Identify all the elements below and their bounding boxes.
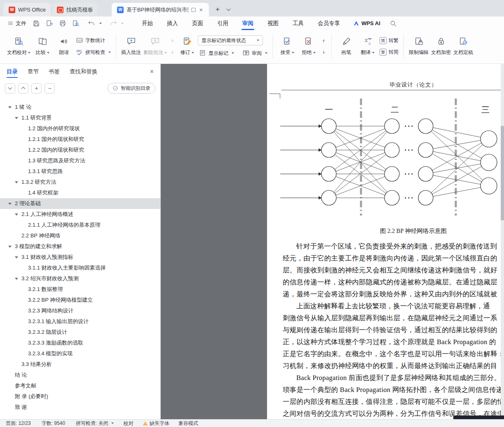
- expand-all-button[interactable]: [5, 83, 15, 94]
- translate-button[interactable]: 文A 翻译: [357, 33, 378, 60]
- toc-item[interactable]: 3.3 结果分析: [0, 359, 160, 370]
- sidebar-tab-chapters[interactable]: 章节: [28, 64, 39, 80]
- document-canvas[interactable]: 毕业设计（论文） 一二三 图 2.2 BP 神经网络示意图 针对于第一个区域，它…: [161, 64, 504, 419]
- toc-expand-arrow-icon[interactable]: [8, 246, 12, 248]
- reject-revision-button[interactable]: 拒绝: [298, 33, 319, 60]
- toc-item[interactable]: 3.2.1 数据整理: [0, 284, 160, 295]
- close-icon[interactable]: ×: [199, 7, 204, 13]
- print-icon[interactable]: [59, 20, 66, 27]
- toc-item[interactable]: 3.2.3 网络结构设计: [0, 305, 160, 316]
- encrypt-document-button[interactable]: 文档加密: [430, 33, 452, 60]
- toc-item[interactable]: 2.2 BP 神经网络: [0, 230, 160, 241]
- sidebar-tab-bookmarks[interactable]: 书签: [49, 64, 60, 80]
- document-body-text[interactable]: 针对于第一个区域，它负责接受外来的刺激，把感受的刺激传送到经元，由于它的主要工作…: [283, 240, 504, 419]
- accept-revision-button[interactable]: 接受: [277, 33, 298, 60]
- toc-item[interactable]: 1.2.2 国内的现状和研究: [0, 145, 160, 155]
- compat-mode-indicator[interactable]: 兼容模式: [178, 420, 198, 427]
- toc-item[interactable]: 1.3.1 研究思路: [0, 166, 160, 177]
- menu-item-member[interactable]: 会员专享: [317, 16, 341, 30]
- toc-item[interactable]: 1 绪 论: [0, 102, 160, 113]
- collapse-all-button[interactable]: [18, 83, 28, 94]
- toc-expand-arrow-icon[interactable]: [15, 181, 18, 183]
- markup-state-dropdown[interactable]: 显示标记的最终状态: [198, 35, 263, 45]
- toc-item[interactable]: 2.1 人工神经网络概述: [0, 209, 160, 220]
- previous-revision-button[interactable]: [319, 37, 328, 45]
- tab-template-doc[interactable]: 找稿壳模板: [52, 3, 98, 16]
- toc-expand-arrow-icon[interactable]: [15, 117, 18, 119]
- page-indicator[interactable]: 页面: 12/23: [6, 420, 31, 427]
- insert-comment-button[interactable]: 插入批注: [120, 33, 142, 60]
- menu-item-view[interactable]: 视图: [267, 16, 279, 30]
- menu-item-page[interactable]: 页面: [191, 16, 204, 30]
- toc-item[interactable]: 1.1 研究背景: [0, 113, 160, 123]
- toc-item[interactable]: 附 录 (必要时): [0, 391, 160, 402]
- menu-item-references[interactable]: 引用: [216, 16, 229, 30]
- toc-expand-arrow-icon[interactable]: [15, 278, 18, 280]
- toc-item[interactable]: 1.3 研究思路及研究方法: [0, 155, 160, 166]
- toc-item[interactable]: 1.2 国内外的研究现状: [0, 123, 160, 134]
- toc-item[interactable]: 3.2.3.3 激励函数的选取: [0, 338, 160, 348]
- show-markup-button[interactable]: 显示标记: [198, 49, 235, 57]
- toc-item[interactable]: 3.1.1 财政收入主要影响因素选择: [0, 263, 160, 273]
- read-aloud-button[interactable]: 朗读: [53, 33, 75, 60]
- pen-button[interactable]: 画笔: [335, 33, 357, 60]
- toc-item[interactable]: 3.2.3.2 隐层设计: [0, 327, 160, 338]
- smart-toc-button[interactable]: 智能识别目录: [108, 83, 155, 94]
- toc-item[interactable]: 3 模型的建立和求解: [0, 241, 160, 252]
- toc-expand-arrow-icon[interactable]: [15, 256, 18, 258]
- wps-ai-button[interactable]: WPS AI: [353, 20, 380, 26]
- document-page[interactable]: 毕业设计（论文） 一二三 图 2.2 BP 神经网络示意图 针对于第一个区域，它…: [267, 64, 504, 419]
- font-increase-button[interactable]: +: [31, 83, 42, 94]
- menu-item-review[interactable]: 审阅: [241, 16, 254, 30]
- review-pane-button[interactable]: 审阅: [241, 49, 269, 57]
- file-menu-button[interactable]: 文件: [4, 16, 30, 30]
- finalize-document-button[interactable]: 文档定稿: [452, 33, 474, 60]
- vertical-scrollbar-thumb[interactable]: [501, 126, 504, 221]
- toc-item[interactable]: 致 谢: [0, 402, 160, 413]
- menu-item-home[interactable]: 开始: [141, 16, 154, 30]
- doc-proofread-button[interactable]: 文档校对: [6, 33, 32, 60]
- toc-item[interactable]: 结 论: [0, 370, 160, 380]
- undo-button[interactable]: [85, 20, 102, 27]
- spell-check-button[interactable]: ABC 拼写检查: [75, 48, 112, 56]
- to-simplified-button[interactable]: 繁 转简: [378, 48, 400, 56]
- toc-item[interactable]: 3.2.2 BP 神经网络模型建立: [0, 295, 160, 305]
- next-revision-button[interactable]: [319, 48, 328, 56]
- search-icon[interactable]: [389, 20, 397, 27]
- save-icon[interactable]: [33, 20, 40, 27]
- toc-expand-arrow-icon[interactable]: [8, 106, 12, 108]
- missing-font-warning[interactable]: 缺失字体: [143, 420, 169, 427]
- proofread-button[interactable]: 校对: [124, 420, 134, 427]
- toc-item[interactable]: 2 理论基础: [0, 198, 160, 209]
- compare-button[interactable]: 比较: [32, 33, 53, 60]
- new-tab-button[interactable]: +: [212, 4, 223, 15]
- toc-item[interactable]: 参考文献: [0, 380, 160, 391]
- to-traditional-button[interactable]: 简 转繁: [378, 37, 400, 45]
- toc-item[interactable]: 3.1 财政收入预测指标: [0, 252, 160, 263]
- toc-item[interactable]: 3.2.3.4 模型的实现: [0, 348, 160, 359]
- tab-active-document[interactable]: W 基于BP神经网络的绍兴市财政 ×: [112, 3, 209, 16]
- toc-expand-arrow-icon[interactable]: [15, 214, 18, 216]
- word-count-button[interactable]: 123 字数统计: [75, 36, 112, 45]
- restrict-editing-button[interactable]: 限制编辑: [408, 33, 430, 60]
- horizontal-scrollbar-thumb[interactable]: [453, 415, 504, 419]
- toc-item[interactable]: 3.2.3.1 输入输出层的设计: [0, 316, 160, 327]
- menu-item-tools[interactable]: 工具: [292, 16, 305, 30]
- word-count-indicator[interactable]: 字数: 9540: [42, 420, 65, 427]
- print-preview-icon[interactable]: [72, 20, 80, 27]
- toc-item[interactable]: 1.2.1 国外的现状和研究: [0, 134, 160, 145]
- sidebar-tab-toc[interactable]: 目录: [7, 64, 18, 80]
- toc-item[interactable]: 3.2 绍兴市财政收入预测: [0, 273, 160, 284]
- close-icon[interactable]: ×: [150, 68, 154, 75]
- vertical-scrollbar[interactable]: [501, 64, 504, 415]
- tab-list-chevron-icon[interactable]: [224, 5, 233, 14]
- toc-item[interactable]: 2.1.1 人工神经网络的基本原理: [0, 220, 160, 230]
- toc-item[interactable]: 1.3.2 研究方法: [0, 177, 160, 188]
- spellcheck-indicator[interactable]: 拼写检查: 关闭: [76, 420, 114, 427]
- track-changes-button[interactable]: 修订: [176, 33, 198, 60]
- sidebar-tab-find-replace[interactable]: 查找和替换: [70, 64, 98, 80]
- export-icon[interactable]: [46, 20, 53, 27]
- toc-item[interactable]: 1.4 研究框架: [0, 188, 160, 198]
- toc-expand-arrow-icon[interactable]: [8, 203, 12, 205]
- tab-wps-office[interactable]: W WPS Office: [3, 3, 51, 16]
